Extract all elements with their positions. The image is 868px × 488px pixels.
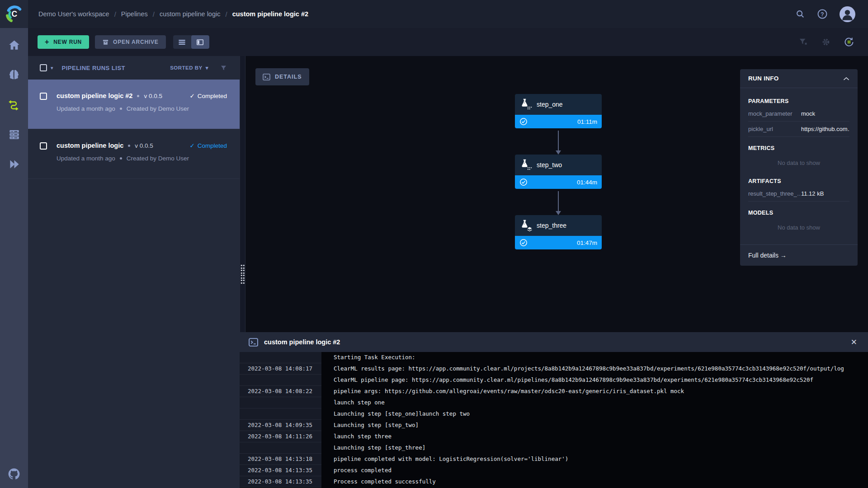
models-empty-state: No data to show	[748, 218, 849, 235]
new-run-label: NEW RUN	[53, 39, 82, 45]
completed-check-icon: ✓	[189, 142, 194, 149]
clear-filters-button[interactable]	[798, 37, 808, 47]
log-row: Starting Task Execution:	[240, 352, 868, 363]
pipelines-icon	[8, 99, 20, 110]
dag-node-step-three[interactable]: step_three 01:47m	[515, 215, 602, 249]
table-view-toggle[interactable]	[173, 35, 191, 49]
sidebar-item-reports[interactable]	[7, 157, 21, 171]
sidebar-item-pipelines[interactable]	[7, 98, 21, 111]
sorted-by-caret-icon: ▾	[206, 65, 208, 71]
log-message: pipeline args: https://github.com/allegr…	[321, 386, 868, 397]
breadcrumb-pipeline[interactable]: custom pipeline logic	[160, 10, 221, 18]
search-icon	[795, 9, 805, 19]
run-version: v 0.0.5	[144, 93, 162, 99]
run-list-item[interactable]: custom pipeline logic #2 v 0.0.5 ✓ Compl…	[28, 80, 240, 129]
breadcrumb-pipelines[interactable]: Pipelines	[121, 10, 148, 18]
new-run-button[interactable]: + NEW RUN	[38, 35, 89, 49]
details-button[interactable]: DETAILS	[255, 68, 309, 85]
run-list-item[interactable]: custom pipeline logic v 0.0.5 ✓ Complete…	[28, 129, 240, 179]
sidebar-item-projects[interactable]	[7, 68, 21, 81]
clearml-logo-icon: C	[5, 5, 24, 23]
auto-refresh-button[interactable]	[844, 37, 854, 47]
split-view-toggle[interactable]	[191, 35, 209, 49]
app-root: C Demo User's workspace / Pipelines / cu…	[0, 0, 868, 488]
settings-button[interactable]	[821, 37, 831, 47]
log-row: 2022-03-08 14:11:26launch step three	[240, 431, 868, 442]
log-timestamp	[240, 408, 321, 420]
parameter-row: pickle_url https://github.com…	[748, 122, 849, 137]
metrics-section-title: METRICS	[748, 145, 849, 151]
run-info-body: PARAMETERS mock_parameter mock pickle_ur…	[740, 88, 858, 237]
artifacts-section-title: ARTIFACTS	[748, 178, 849, 184]
log-message: ClearML pipeline page: https://app.commu…	[321, 375, 868, 386]
log-message: Launching step [step_three]	[321, 442, 868, 454]
log-timestamp: 2022-03-08 14:09:35	[240, 420, 321, 431]
run-created: Created by Demo User	[127, 155, 189, 162]
check-circle-icon	[519, 239, 528, 247]
run-version: v 0.0.5	[135, 142, 153, 149]
log-row: 2022-03-08 14:13:35Process completed suc…	[240, 476, 868, 488]
parameter-value[interactable]: https://github.com…	[801, 126, 849, 132]
dot-separator	[120, 157, 122, 160]
log-timestamp: 2022-03-08 14:13:35	[240, 465, 321, 476]
pipeline-dag-canvas[interactable]: DETAILS	[240, 56, 868, 332]
select-all-checkbox[interactable]	[40, 64, 47, 71]
parameter-value: mock	[801, 110, 849, 117]
plus-icon: +	[45, 38, 49, 46]
select-all-caret-icon[interactable]: ▾	[51, 65, 53, 71]
topbar-actions: ?	[795, 6, 868, 22]
log-message: ClearML results page: https://app.commun…	[321, 363, 868, 375]
console-title: custom pipeline logic #2	[264, 338, 340, 346]
run-created: Created by Demo User	[127, 105, 189, 112]
svg-text:?: ?	[821, 11, 824, 18]
breadcrumb: Demo User's workspace / Pipelines / cust…	[28, 10, 308, 18]
user-avatar[interactable]	[840, 6, 855, 22]
gear-icon	[821, 37, 831, 47]
dag-node-step-two[interactable]: step_two 01:44m	[515, 155, 602, 189]
sidebar-item-github[interactable]	[7, 467, 21, 481]
breadcrumb-separator: /	[114, 10, 116, 18]
step-flask-icon	[521, 99, 532, 110]
dot-separator	[137, 95, 139, 97]
breadcrumb-workspace[interactable]: Demo User's workspace	[38, 10, 109, 18]
run-info-header[interactable]: RUN INFO	[740, 69, 858, 88]
sorted-by-dropdown[interactable]: SORTED BY ▾	[170, 65, 208, 71]
panel-resize-splitter[interactable]	[240, 56, 245, 332]
run-updated: Updated a month ago	[57, 155, 115, 162]
run-info-panel: RUN INFO PARAMETERS mock_parameter mock	[740, 69, 858, 266]
breadcrumb-separator: /	[153, 10, 155, 18]
dag-edge-arrow	[556, 128, 561, 155]
models-section-title: MODELS	[748, 210, 849, 216]
sidebar-item-dashboard[interactable]	[7, 38, 21, 52]
log-timestamp	[240, 442, 321, 454]
step-flask-layers-icon	[521, 220, 532, 231]
parameter-row: mock_parameter mock	[748, 106, 849, 122]
filter-runs-button[interactable]	[220, 65, 227, 71]
run-detail-area: DETAILS	[240, 56, 868, 488]
run-name: custom pipeline logic	[57, 142, 123, 149]
log-timestamp: 2022-03-08 14:08:17	[240, 363, 321, 375]
runs-list-header: ▾ PIPELINE RUNS LIST SORTED BY ▾	[28, 56, 240, 80]
close-console-button[interactable]: ✕	[851, 338, 857, 347]
breadcrumb-separator: /	[225, 10, 227, 18]
run-checkbox[interactable]	[40, 93, 47, 100]
dag-node-step-one[interactable]: step_one 01:11m	[515, 94, 602, 128]
check-circle-icon	[519, 117, 528, 126]
open-archive-button[interactable]: OPEN ARCHIVE	[95, 35, 166, 49]
help-button[interactable]: ?	[817, 9, 828, 19]
log-message: Starting Task Execution:	[321, 352, 868, 363]
clearml-logo[interactable]: C	[0, 0, 28, 28]
console-log[interactable]: Starting Task Execution: 2022-03-08 14:0…	[240, 352, 868, 488]
node-duration: 01:11m	[577, 118, 597, 125]
full-details-link[interactable]: Full details →	[740, 244, 858, 266]
collapse-chevron-up-icon[interactable]	[843, 76, 849, 81]
terminal-icon	[263, 74, 270, 80]
log-message: pipeline completed with model: LogisticR…	[321, 454, 868, 465]
sidebar-item-datasets[interactable]	[7, 127, 21, 141]
details-label: DETAILS	[275, 74, 302, 80]
check-circle-icon	[519, 178, 528, 186]
run-checkbox[interactable]	[40, 142, 47, 150]
dag-edge-arrow	[556, 189, 561, 215]
flask-icon	[521, 99, 528, 108]
search-button[interactable]	[795, 9, 805, 19]
